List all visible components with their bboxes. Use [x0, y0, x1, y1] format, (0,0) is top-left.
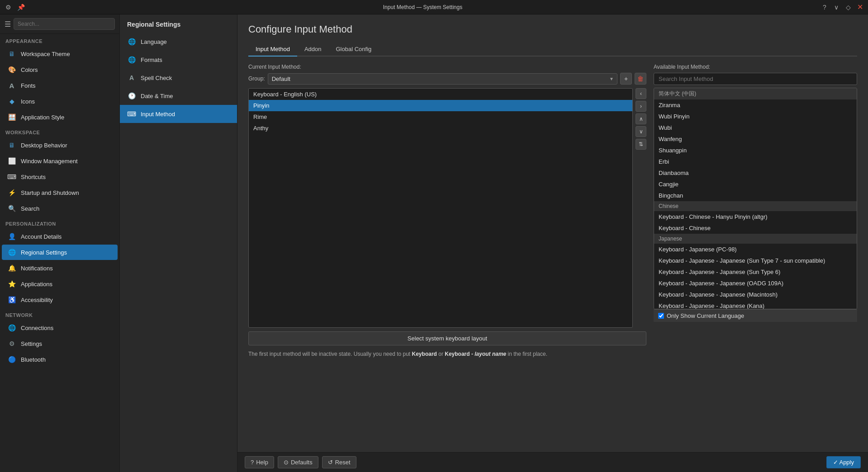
- list-item-kb-jp-pc98[interactable]: Keyboard - Japanese (PC-98): [654, 244, 857, 255]
- title-bar: ⚙ 📌 Input Method — System Settings ? ∨ ◇…: [0, 0, 868, 14]
- date-time-icon: 🕐: [127, 91, 136, 100]
- restore-icon[interactable]: ◇: [844, 4, 853, 11]
- sidebar-item-accessibility[interactable]: ♿ Accessibility: [2, 292, 118, 307]
- sidebar-item-label: Colors: [21, 66, 38, 73]
- tab-addon[interactable]: Addon: [297, 42, 329, 57]
- current-im-list[interactable]: Keyboard - English (US) Pinyin Rime Anth…: [248, 88, 633, 328]
- sidebar-item-regional-settings[interactable]: 🌐 Regional Settings: [2, 245, 118, 260]
- list-item-kb-chinese[interactable]: Keyboard - Chinese: [654, 222, 857, 234]
- list-item[interactable]: Keyboard - English (US): [249, 89, 632, 100]
- collapse-left-button[interactable]: ‹: [636, 88, 646, 99]
- middle-item-label: Input Method: [141, 111, 175, 118]
- list-item-kb-jp-oadg[interactable]: Keyboard - Japanese - Japanese (OADG 109…: [654, 278, 857, 289]
- minimize-icon[interactable]: ∨: [832, 4, 841, 11]
- available-im-list[interactable]: 简体中文 (中国) Ziranma Wubi Pinyin Wubi Wanfe…: [654, 88, 857, 309]
- sidebar-item-account-details[interactable]: 👤 Account Details: [2, 229, 118, 244]
- move-down-button[interactable]: ∨: [636, 126, 646, 137]
- list-item-bingchan[interactable]: Bingchan: [654, 190, 857, 201]
- list-item-ziranma[interactable]: Ziranma: [654, 99, 857, 111]
- list-item-wubi-pinyin[interactable]: Wubi Pinyin: [654, 111, 857, 122]
- configure-button[interactable]: ⇅: [636, 139, 646, 150]
- connections-icon: 🌐: [7, 323, 16, 332]
- sidebar-item-fonts[interactable]: A Fonts: [2, 78, 118, 93]
- list-item-kb-jp-mac[interactable]: Keyboard - Japanese - Japanese (Macintos…: [654, 289, 857, 300]
- language-icon: 🌐: [127, 37, 136, 46]
- hamburger-icon[interactable]: ☰: [5, 20, 11, 28]
- apply-checkmark-icon: ✓: [833, 459, 838, 466]
- title-bar-left: ⚙ 📌: [4, 4, 25, 11]
- sidebar-item-search[interactable]: 🔍 Search: [2, 201, 118, 216]
- sidebar-item-label: Search: [21, 205, 39, 212]
- sidebar-search-container: ☰: [0, 14, 119, 34]
- sidebar-item-desktop-behavior[interactable]: 🖥 Desktop Behavior: [2, 137, 118, 153]
- page-title: Configure Input Method: [248, 24, 857, 35]
- middle-item-input-method[interactable]: ⌨ Input Method: [120, 105, 237, 123]
- list-item-anthy[interactable]: Anthy: [249, 123, 632, 134]
- select-keyboard-layout-button[interactable]: Select system keyboard layout: [248, 331, 646, 345]
- sidebar-item-applications[interactable]: ⭐ Applications: [2, 276, 118, 292]
- reset-icon: ↺: [328, 459, 333, 466]
- sidebar-item-label: Account Details: [21, 233, 62, 240]
- available-im-label: Available Input Method:: [654, 64, 857, 70]
- sidebar-item-workspace-theme[interactable]: 🖥 Workspace Theme: [2, 46, 118, 61]
- colors-icon: 🎨: [7, 65, 16, 74]
- search-input[interactable]: [14, 18, 115, 30]
- available-input-method-panel: Available Input Method: 简体中文 (中国) Ziranm…: [654, 64, 857, 358]
- list-item-wanfeng[interactable]: Wanfeng: [654, 133, 857, 145]
- im-content: Current Input Method: Group: Default ▼ +…: [248, 64, 857, 358]
- tab-input-method[interactable]: Input Method: [248, 42, 297, 57]
- sidebar-item-window-management[interactable]: ⬜ Window Management: [2, 153, 118, 169]
- delete-group-button[interactable]: 🗑: [635, 73, 646, 85]
- list-item-rime[interactable]: Rime: [249, 111, 632, 123]
- account-details-icon: 👤: [7, 232, 16, 241]
- help-button[interactable]: ? Help: [245, 456, 274, 468]
- sidebar-item-connections[interactable]: 🌐 Connections: [2, 320, 118, 335]
- list-item-shuangpin[interactable]: Shuangpin: [654, 145, 857, 156]
- sidebar-item-label: Connections: [21, 325, 53, 331]
- defaults-button[interactable]: ⊙ Defaults: [278, 456, 318, 468]
- sidebar: ☰ Appearance 🖥 Workspace Theme 🎨 Colors …: [0, 14, 120, 472]
- middle-item-date-time[interactable]: 🕐 Date & Time: [120, 87, 237, 105]
- middle-item-spell-check[interactable]: A Spell Check: [120, 69, 237, 87]
- reset-button[interactable]: ↺ Reset: [322, 456, 356, 468]
- close-icon[interactable]: ✕: [855, 3, 864, 11]
- list-controls: ‹ › ∧ ∨ ⇅: [636, 88, 646, 328]
- list-item-wubi[interactable]: Wubi: [654, 122, 857, 133]
- sidebar-item-shortcuts[interactable]: ⌨ Shortcuts: [2, 169, 118, 184]
- list-item-erbi[interactable]: Erbi: [654, 156, 857, 167]
- sidebar-item-icons[interactable]: ◆ Icons: [2, 94, 118, 109]
- list-item-kb-chinese-hanyu[interactable]: Keyboard - Chinese - Hanyu Pinyin (altgr…: [654, 211, 857, 222]
- middle-item-formats[interactable]: 🌐 Formats: [120, 51, 237, 69]
- title-bar-controls: ? ∨ ◇ ✕: [820, 3, 864, 11]
- sidebar-item-application-style[interactable]: 🪟 Application Style: [2, 109, 118, 125]
- bottom-toolbar: ? Help ⊙ Defaults ↺ Reset ✓ Apply: [237, 452, 868, 472]
- tab-global-config[interactable]: Global Config: [328, 42, 379, 57]
- only-show-current-language-checkbox[interactable]: [658, 313, 664, 319]
- list-item-cangjie[interactable]: Cangjie: [654, 179, 857, 190]
- add-group-button[interactable]: +: [620, 73, 632, 85]
- pin-icon: 📌: [16, 4, 25, 11]
- list-item-kb-jp-sun6[interactable]: Keyboard - Japanese - Japanese (Sun Type…: [654, 266, 857, 278]
- move-up-button[interactable]: ∧: [636, 113, 646, 124]
- middle-item-language[interactable]: 🌐 Language: [120, 33, 237, 51]
- category-simplified-chinese: 简体中文 (中国): [654, 88, 857, 99]
- sidebar-item-settings[interactable]: ⚙ Settings: [2, 336, 118, 351]
- list-item-kb-jp-kana[interactable]: Keyboard - Japanese - Japanese (Kana): [654, 300, 857, 309]
- sidebar-item-notifications[interactable]: 🔔 Notifications: [2, 260, 118, 276]
- group-select[interactable]: Default: [268, 73, 617, 85]
- category-chinese: Chinese: [654, 201, 857, 211]
- list-item-kb-jp-sun7[interactable]: Keyboard - Japanese - Japanese (Sun Type…: [654, 255, 857, 266]
- sidebar-item-startup-shutdown[interactable]: ⚡ Startup and Shutdown: [2, 185, 118, 200]
- list-item-dianbaoma[interactable]: Dianbaoma: [654, 167, 857, 179]
- sidebar-item-bluetooth[interactable]: 🔵 Bluetooth: [2, 352, 118, 367]
- list-item-pinyin[interactable]: Pinyin: [249, 100, 632, 111]
- help-window-icon[interactable]: ?: [820, 4, 829, 11]
- tabs-container: Input Method Addon Global Config: [248, 42, 857, 57]
- only-show-current-language-label[interactable]: Only Show Current Language: [667, 312, 744, 319]
- search-im-input[interactable]: [654, 73, 857, 85]
- sidebar-item-colors[interactable]: 🎨 Colors: [2, 62, 118, 77]
- expand-right-button[interactable]: ›: [636, 101, 646, 112]
- apply-button[interactable]: ✓ Apply: [826, 456, 861, 468]
- sidebar-item-label: Bluetooth: [21, 356, 46, 363]
- search-icon: 🔍: [7, 204, 16, 213]
